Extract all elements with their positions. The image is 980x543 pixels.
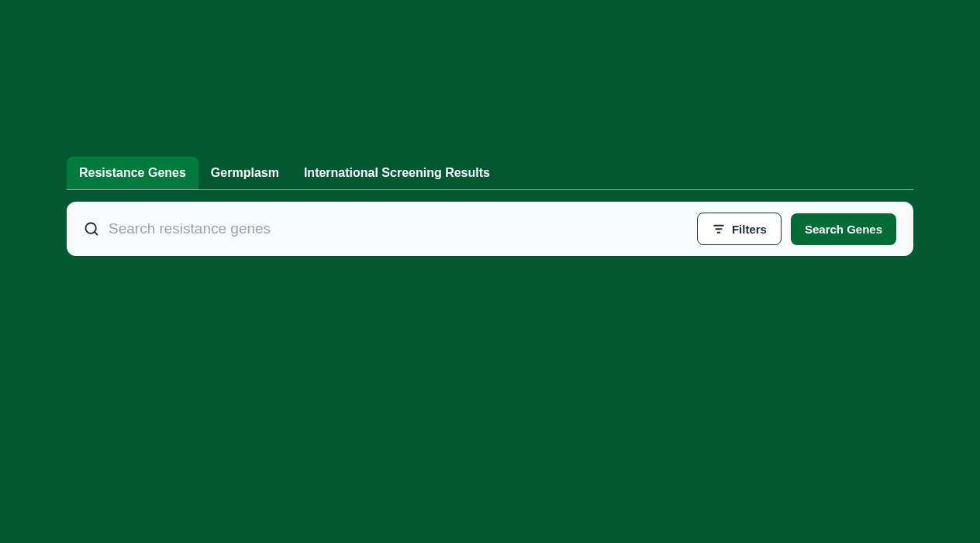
search-icon — [84, 221, 99, 237]
tab-international-screening-results[interactable]: International Screening Results — [292, 157, 502, 189]
tab-resistance-genes[interactable]: Resistance Genes — [67, 157, 198, 189]
filters-button-label: Filters — [732, 223, 767, 236]
main-container: Resistance Genes Germplasm International… — [0, 0, 980, 256]
search-input[interactable] — [109, 220, 688, 237]
search-genes-button[interactable]: Search Genes — [791, 213, 896, 245]
svg-rect-3 — [715, 228, 722, 230]
svg-rect-2 — [713, 225, 724, 227]
tabs-bar: Resistance Genes Germplasm International… — [67, 157, 913, 190]
filters-button[interactable]: Filters — [697, 213, 782, 245]
search-button-label: Search Genes — [805, 223, 882, 236]
svg-line-1 — [95, 232, 98, 235]
tab-germplasm[interactable]: Germplasm — [198, 157, 292, 189]
search-panel: Filters Search Genes — [67, 202, 913, 256]
svg-rect-4 — [717, 232, 721, 233]
filter-icon — [712, 222, 726, 236]
